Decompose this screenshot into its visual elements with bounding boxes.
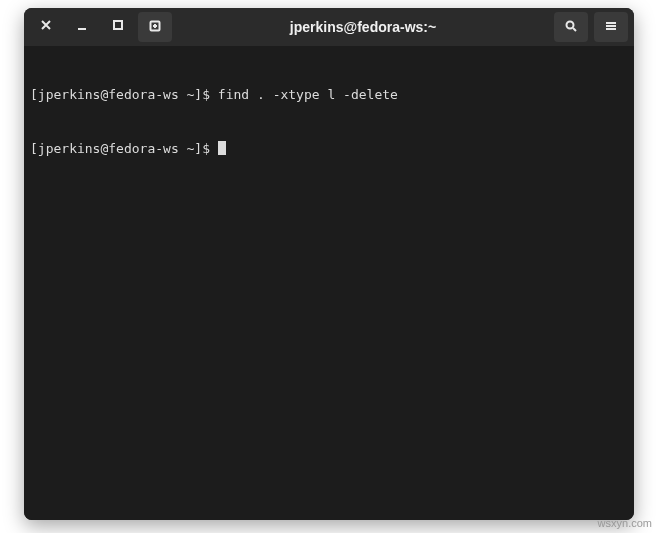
- minimize-button[interactable]: [66, 12, 98, 40]
- terminal-line: [jperkins@fedora-ws ~]$: [30, 140, 628, 158]
- window-title: jperkins@fedora-ws:~: [176, 19, 550, 35]
- window-controls-right: [554, 12, 628, 42]
- titlebar: jperkins@fedora-ws:~: [24, 8, 634, 46]
- prompt: [jperkins@fedora-ws ~]$: [30, 87, 218, 102]
- svg-point-2: [567, 21, 574, 28]
- watermark: wsxyn.com: [598, 517, 652, 529]
- terminal-window: jperkins@fedora-ws:~ [jperkins@fedora-ws…: [24, 8, 634, 520]
- close-button[interactable]: [30, 12, 62, 40]
- search-icon: [564, 19, 578, 36]
- maximize-button[interactable]: [102, 12, 134, 40]
- new-tab-button[interactable]: [138, 12, 172, 42]
- terminal-line: [jperkins@fedora-ws ~]$ find . -xtype l …: [30, 86, 628, 104]
- hamburger-icon: [604, 19, 618, 36]
- cursor: [218, 141, 226, 155]
- command-text: find . -xtype l -delete: [218, 87, 398, 102]
- new-tab-icon: [148, 19, 162, 36]
- minimize-icon: [75, 18, 89, 35]
- maximize-icon: [111, 18, 125, 35]
- close-icon: [39, 18, 53, 35]
- svg-rect-0: [114, 21, 122, 29]
- window-controls-left: [30, 12, 172, 42]
- terminal-body[interactable]: [jperkins@fedora-ws ~]$ find . -xtype l …: [24, 46, 634, 520]
- menu-button[interactable]: [594, 12, 628, 42]
- prompt: [jperkins@fedora-ws ~]$: [30, 141, 218, 156]
- search-button[interactable]: [554, 12, 588, 42]
